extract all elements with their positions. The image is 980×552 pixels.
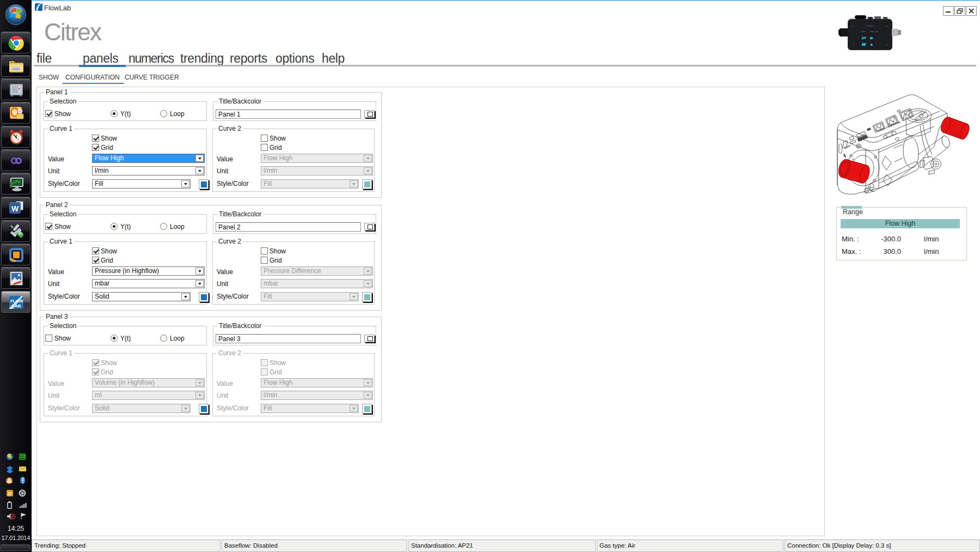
svg-text:W: W bbox=[11, 204, 19, 213]
svg-text:CITREX: CITREX bbox=[866, 25, 874, 27]
svg-text:LAB: LAB bbox=[12, 304, 21, 308]
svg-text:O: O bbox=[8, 491, 11, 496]
svg-text:FLOW: FLOW bbox=[10, 299, 23, 304]
